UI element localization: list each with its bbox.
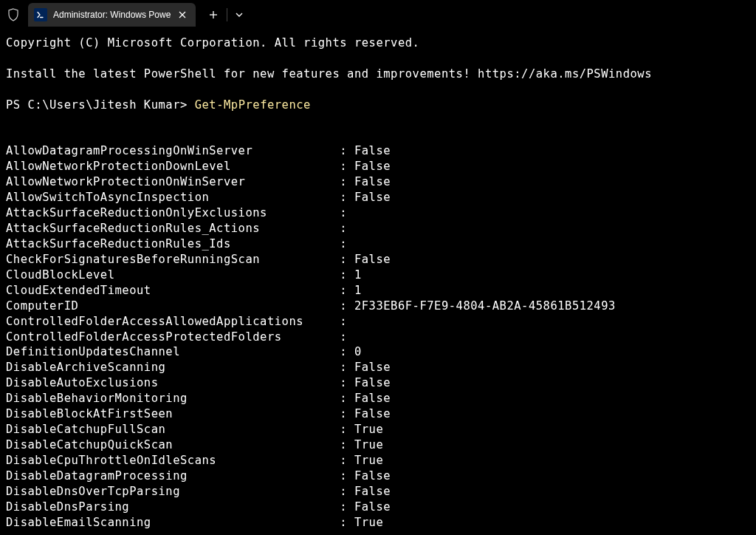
new-tab-button[interactable] <box>202 3 225 27</box>
output-row: CloudExtendedTimeout : 1 <box>6 283 750 299</box>
active-tab[interactable]: Administrator: Windows Powe <box>28 3 196 27</box>
output-row: DisableCpuThrottleOnIdleScans : True <box>6 453 750 468</box>
close-tab-button[interactable] <box>176 9 188 21</box>
output-row: DisableArchiveScanning : False <box>6 360 750 375</box>
output-row: CheckForSignaturesBeforeRunningScan : Fa… <box>6 252 750 268</box>
svg-rect-0 <box>35 10 46 20</box>
tab-dropdown-button[interactable] <box>229 3 250 27</box>
output-row: ControlledFolderAccessAllowedApplication… <box>6 314 750 330</box>
powershell-icon <box>34 8 47 21</box>
output-row: ControlledFolderAccessProtectedFolders : <box>6 330 750 345</box>
output-row: AllowSwitchToAsyncInspection : False <box>6 190 750 205</box>
output-row: DefinitionUpdatesChannel : 0 <box>6 344 750 360</box>
copyright-line: Copyright (C) Microsoft Corporation. All… <box>6 35 750 51</box>
install-msg-line: Install the latest PowerShell for new fe… <box>6 67 750 82</box>
output-row: CloudBlockLevel : 1 <box>6 268 750 283</box>
output-row: ComputerID : 2F33EB6F-F7E9-4804-AB2A-458… <box>6 299 750 314</box>
output-row: DisableBlockAtFirstSeen : False <box>6 406 750 422</box>
blank-line <box>6 129 750 144</box>
titlebar: Administrator: Windows Powe <box>0 0 756 30</box>
command: Get-MpPreference <box>195 98 311 112</box>
output-row: AttackSurfaceReductionRules_Actions : <box>6 221 750 236</box>
output-row: DisableBehaviorMonitoring : False <box>6 391 750 406</box>
tab-title: Administrator: Windows Powe <box>53 10 171 20</box>
blank-line <box>6 82 750 98</box>
divider <box>227 8 227 21</box>
blank-line <box>6 113 750 129</box>
blank-line <box>6 51 750 67</box>
output-row: DisableCatchupFullScan : True <box>6 422 750 437</box>
terminal-output[interactable]: Copyright (C) Microsoft Corporation. All… <box>0 30 756 535</box>
output-row: DisableDnsParsing : False <box>6 500 750 515</box>
prompt-line: PS C:\Users\Jitesh Kumar> Get-MpPreferen… <box>6 98 750 113</box>
output-row: AllowDatagramProcessingOnWinServer : Fal… <box>6 143 750 159</box>
output-row: AllowNetworkProtectionOnWinServer : Fals… <box>6 174 750 190</box>
output-row: DisableDatagramProcessing : False <box>6 468 750 484</box>
output-row: AllowNetworkProtectionDownLevel : False <box>6 159 750 174</box>
shield-icon <box>6 7 21 22</box>
output-row: DisableEmailScanning : True <box>6 515 750 531</box>
output-row: AttackSurfaceReductionRules_Ids : <box>6 236 750 252</box>
output-row: DisableAutoExclusions : False <box>6 375 750 391</box>
prompt: PS C:\Users\Jitesh Kumar> <box>6 98 195 112</box>
output-row: AttackSurfaceReductionOnlyExclusions : <box>6 205 750 221</box>
output-row: DisableDnsOverTcpParsing : False <box>6 484 750 500</box>
output-row: DisableCatchupQuickScan : True <box>6 437 750 453</box>
